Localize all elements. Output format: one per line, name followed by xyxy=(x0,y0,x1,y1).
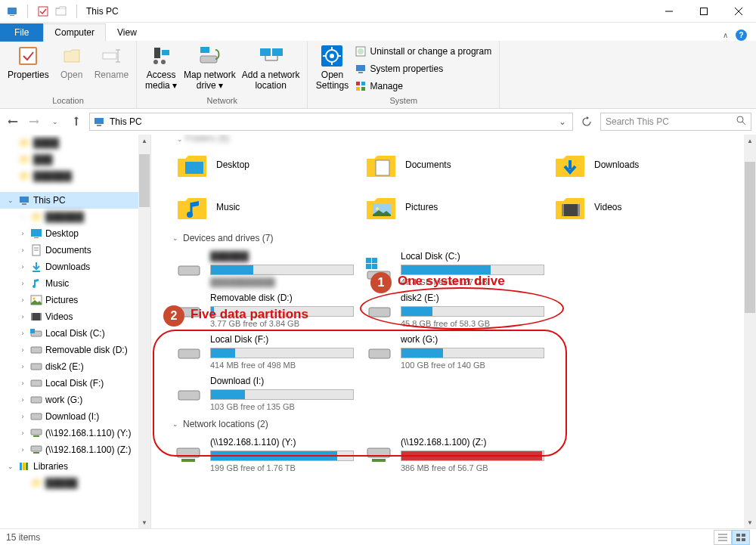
sidebar-scrollbar[interactable]: ▲ ▼ xyxy=(138,135,150,528)
new-folder-qat-icon[interactable] xyxy=(55,5,67,17)
svg-rect-34 xyxy=(358,72,363,73)
svg-rect-78 xyxy=(578,204,580,216)
svg-rect-2 xyxy=(39,7,48,16)
tree-item-desktop[interactable]: ›Desktop xyxy=(0,225,138,242)
svg-rect-1 xyxy=(10,15,14,16)
close-button[interactable] xyxy=(721,0,756,23)
nav-tree: 📁████ 📁███ 📁██████ ⌄ This PC ›📁██████ ›D… xyxy=(0,135,151,528)
tree-item-music[interactable]: ›Music xyxy=(0,275,138,292)
view-details-button[interactable] xyxy=(714,530,732,545)
svg-rect-65 xyxy=(33,435,39,437)
nav-back-button[interactable]: 🠔 xyxy=(5,113,21,130)
nav-up-button[interactable]: 🠕 xyxy=(68,113,85,130)
folder-desktop[interactable]: Desktop xyxy=(172,144,361,186)
search-input[interactable]: Search This PC xyxy=(600,113,751,131)
svg-rect-97 xyxy=(736,534,740,537)
svg-point-53 xyxy=(33,298,36,300)
titlebar: This PC xyxy=(0,0,756,23)
tree-item-drive-g[interactable]: ›work (G:) xyxy=(0,392,138,408)
tree-item-drive-c[interactable]: ›Local Disk (C:) xyxy=(0,325,138,342)
collapse-ribbon-icon[interactable]: ∧ xyxy=(723,31,728,39)
network-drive-icon xyxy=(30,444,42,456)
network-drive-icon xyxy=(30,427,42,439)
maximize-button[interactable] xyxy=(686,0,721,23)
tree-item-drive-i[interactable]: ›Download (I:) xyxy=(0,408,138,425)
address-bar[interactable]: This PC ⌄ xyxy=(89,113,573,131)
properties-button[interactable]: Properties xyxy=(5,42,52,82)
tree-item-documents[interactable]: ›Documents xyxy=(0,242,138,259)
ribbon-group-location-label: Location xyxy=(5,94,132,108)
section-devices[interactable]: ⌄ Devices and drives (7) xyxy=(172,228,741,248)
annotation-label-1: One system drive xyxy=(398,274,505,289)
documents-icon xyxy=(30,244,42,256)
svg-rect-33 xyxy=(356,65,365,71)
svg-line-42 xyxy=(742,122,745,125)
tab-computer[interactable]: Computer xyxy=(43,23,106,42)
ribbon-group-network-label: Network xyxy=(141,94,302,108)
svg-rect-63 xyxy=(31,413,42,420)
tree-item-blurred[interactable]: 📁██████ xyxy=(0,168,138,184)
access-media-button[interactable]: Access media ▾ xyxy=(141,42,181,92)
tree-item-netdrive-y[interactable]: › (\\192.168.1.110) (Y:) xyxy=(0,425,138,441)
svg-rect-83 xyxy=(372,264,377,269)
tree-item-blurred[interactable]: 📁███ xyxy=(0,151,138,168)
svg-rect-67 xyxy=(33,452,39,454)
rename-button: Rename xyxy=(91,42,132,82)
folder-documents[interactable]: Documents xyxy=(361,144,550,186)
minimize-button[interactable] xyxy=(652,0,686,23)
drive-icon xyxy=(30,344,42,356)
tree-item-netdrive-z[interactable]: › (\\192.168.1.100) (Z:) xyxy=(0,441,138,458)
svg-rect-100 xyxy=(742,538,745,541)
refresh-button[interactable] xyxy=(578,113,596,131)
tab-file[interactable]: File xyxy=(0,23,43,42)
uninstall-program-button[interactable]: Uninstall or change a program xyxy=(352,44,494,59)
manage-button[interactable]: Manage xyxy=(352,79,494,94)
tree-item-downloads[interactable]: ›Downloads xyxy=(0,259,138,275)
svg-rect-38 xyxy=(361,87,365,91)
address-bar-row: 🠔 🠖 ⌄ 🠕 This PC ⌄ Search This PC xyxy=(0,109,756,135)
address-crumb[interactable]: This PC xyxy=(110,116,142,127)
expand-icon[interactable]: ⌄ xyxy=(6,197,15,204)
this-pc-icon xyxy=(93,116,105,128)
tree-item-drive-e[interactable]: ›disk2 (E:) xyxy=(0,358,138,375)
tree-item-drive-d[interactable]: ›Removable disk (D:) xyxy=(0,342,138,358)
svg-rect-58 xyxy=(30,329,35,333)
properties-qat-icon[interactable] xyxy=(37,5,49,17)
svg-rect-72 xyxy=(376,160,389,175)
drive-item-blurred[interactable]: ██████ ███████████ xyxy=(172,248,363,290)
folder-pictures[interactable]: Pictures xyxy=(361,186,550,228)
svg-rect-99 xyxy=(736,538,740,541)
svg-rect-70 xyxy=(26,463,28,470)
tree-item-blurred[interactable]: 📁█████ xyxy=(0,475,138,491)
help-icon[interactable]: ? xyxy=(736,29,747,41)
folder-music[interactable]: Music xyxy=(172,186,361,228)
map-network-drive-button[interactable]: Map network drive ▾ xyxy=(181,42,239,92)
documents-folder-icon xyxy=(363,150,399,180)
tree-item-blurred[interactable]: ›📁██████ xyxy=(0,209,138,225)
content-scrollbar[interactable]: ▲ ▼ xyxy=(744,135,756,528)
nav-recent-dropdown[interactable]: ⌄ xyxy=(47,113,64,130)
tree-item-drive-f[interactable]: ›Local Disk (F:) xyxy=(0,375,138,392)
this-pc-icon xyxy=(18,194,30,206)
system-properties-button[interactable]: System properties xyxy=(352,61,494,76)
system-menu-icon[interactable] xyxy=(6,5,18,17)
tree-item-blurred[interactable]: 📁████ xyxy=(0,135,138,151)
folder-videos[interactable]: Videos xyxy=(550,186,739,228)
tree-item-this-pc[interactable]: ⌄ This PC xyxy=(0,192,138,209)
svg-point-32 xyxy=(358,48,364,54)
open-settings-button[interactable]: Open Settings xyxy=(312,42,352,92)
svg-point-73 xyxy=(187,212,193,218)
tab-view[interactable]: View xyxy=(106,23,148,42)
folder-downloads[interactable]: Downloads xyxy=(550,144,739,186)
view-tiles-button[interactable] xyxy=(732,530,750,545)
tree-item-libraries[interactable]: ⌄Libraries xyxy=(0,458,138,475)
add-network-location-button[interactable]: Add a network location xyxy=(239,42,303,92)
tree-item-videos[interactable]: ›Videos xyxy=(0,308,138,325)
tree-item-pictures[interactable]: ›Pictures xyxy=(0,292,138,308)
address-dropdown-icon[interactable]: ⌄ xyxy=(556,116,569,127)
desktop-folder-icon xyxy=(174,150,210,180)
ribbon-tabs: File Computer View ∧ ? xyxy=(0,23,756,41)
annotation-badge-2: 2 xyxy=(163,305,184,327)
svg-rect-93 xyxy=(372,459,386,462)
ribbon-group-system-label: System xyxy=(312,94,494,108)
